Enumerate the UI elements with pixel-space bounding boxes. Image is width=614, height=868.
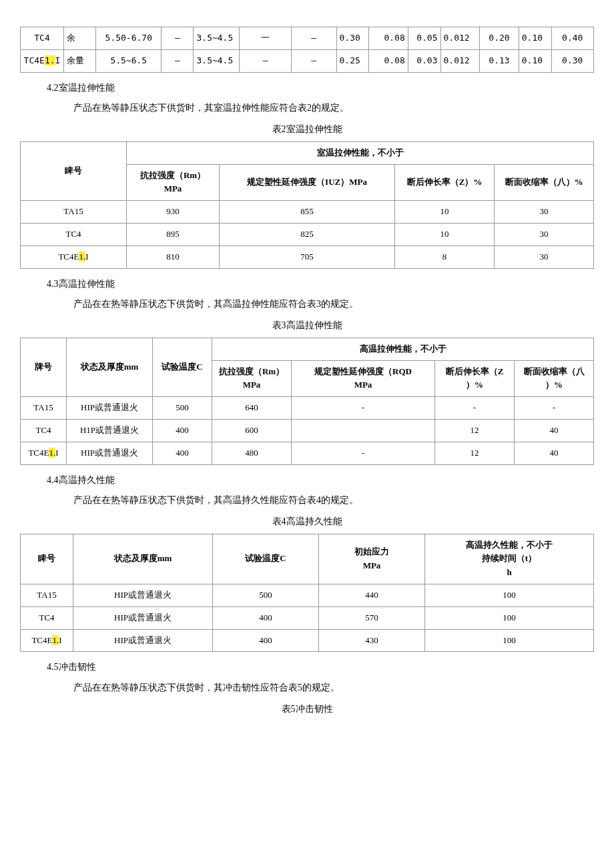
cell: 0.20 [480, 27, 519, 50]
cell: 12 [435, 442, 515, 464]
cell: 0.012 [440, 27, 480, 50]
cell: 30 [495, 223, 594, 246]
col-psi: 断面收缩率（八）% [495, 164, 594, 201]
table-row: TA15 930 855 10 30 [21, 201, 594, 224]
cell: TC4 [21, 223, 127, 246]
col-psi: 断面收缩率（八）% [515, 360, 594, 397]
cell: 895 [127, 223, 220, 246]
cell: 600 [212, 419, 292, 442]
cell: 0.03 [408, 49, 440, 72]
table-row: TC4E1.I 余量 5.5~6.5 — 3.5~4.5 — — 0.25 0.… [21, 49, 594, 72]
cell: — [291, 27, 336, 50]
cell: 10 [395, 201, 495, 224]
cell: 480 [212, 442, 292, 464]
cell: 430 [319, 629, 425, 652]
col-iuz: 规定塑性延伸强度（IUZ）MPa [220, 164, 395, 201]
table-row: TC4 H1P或普通退火 400 600 12 40 [21, 419, 594, 442]
cell: TC4 [21, 419, 67, 442]
cell: 855 [220, 201, 395, 224]
cell: 一 [240, 27, 292, 50]
cell: 10 [395, 223, 495, 246]
col-rm: 抗拉强度（Rm）MPa [127, 164, 220, 201]
table-row: TA15 HIP或普通退火 500 640 - - - [21, 397, 594, 420]
cell: 40 [515, 442, 594, 464]
cell: 500 [153, 397, 212, 420]
section-title-42: 4.2室温拉伸性能 [47, 81, 594, 95]
section-body-44: 产品在在热等静压状态下供货时，其高温持久性能应符合表4的规定。 [73, 493, 594, 508]
table2-caption: 表2室温拉伸性能 [20, 122, 594, 137]
cell: — [240, 49, 292, 72]
col-brand: 睥号 [21, 141, 127, 200]
cell: 3.5~4.5 [194, 49, 240, 72]
cell: TC4 [21, 27, 64, 50]
section-body-42: 产品在热等静压状态下供货时，其室温拉伸性能应符合表2的规定。 [73, 101, 594, 115]
col-z: 断后伸长率（Z）% [395, 164, 495, 201]
cell: TC4E1.I [21, 246, 127, 268]
cell [292, 419, 435, 442]
cell: HIP或普通退火 [73, 584, 213, 607]
cell: 余 [63, 27, 95, 50]
table-row: TC4 895 825 10 30 [21, 223, 594, 246]
cell: 400 [153, 442, 212, 464]
table3-caption: 表3高温拉伸性能 [20, 318, 594, 333]
cell: 0.10 [519, 49, 551, 72]
cell: HIP或普通退火 [67, 442, 153, 464]
col-brand: 牌号 [21, 338, 67, 396]
cell: 705 [220, 246, 395, 268]
col-z: 断后伸长率（Z）% [435, 360, 515, 397]
table4-creep: 睥号 状态及厚度mm 试验温度C 初始应力MPa 高温持久性能，不小于持续时间（… [20, 534, 594, 653]
table-row: 牌号 状态及厚度mm 试验温度C 高温拉伸性能，不小于 [21, 338, 594, 360]
table-row: TC4E1.I 810 705 8 30 [21, 246, 594, 268]
cell: 0.10 [519, 27, 551, 50]
col-rm: 抗拉强度（Rm）MPa [212, 360, 292, 397]
cell: 30 [495, 246, 594, 268]
cell: 0.08 [369, 49, 408, 72]
cell: 30 [495, 201, 594, 224]
cell: 930 [127, 201, 220, 224]
cell: H1P或普通退火 [67, 419, 153, 442]
col-group: 高温拉伸性能，不小于 [212, 338, 594, 360]
cell: 余量 [63, 49, 95, 72]
cell: 0.05 [408, 27, 440, 50]
cell: 5.5~6.5 [96, 49, 162, 72]
cell: 100 [425, 584, 594, 607]
section-body-45: 产品在在热等静压状态下供货时，其冲击韧性应符合表5的规定。 [73, 681, 594, 695]
table-row: TC4 余 5.50-6.70 — 3.5~4.5 一 — 0.30 0.08 … [21, 27, 594, 50]
cell: TC4E1.I [21, 49, 64, 72]
cell: TC4E1.I [21, 442, 67, 464]
col-state: 状态及厚度mm [67, 338, 153, 396]
cell: 0.25 [336, 49, 369, 72]
col-rqd: 规定塑性延伸强度（RQDMPa [292, 360, 435, 397]
cell: TA15 [21, 201, 127, 224]
col-state: 状态及厚度mm [73, 534, 213, 584]
table-row: 睥号 状态及厚度mm 试验温度C 初始应力MPa 高温持久性能，不小于持续时间（… [21, 534, 594, 584]
col-dur: 高温持久性能，不小于持续时间（t）h [425, 534, 594, 584]
cell: 825 [220, 223, 395, 246]
cell: 8 [395, 246, 495, 268]
col-init: 初始应力MPa [319, 534, 425, 584]
table-row: TC4E1.I HIP或普通退火 400 480 - 12 40 [21, 442, 594, 464]
cell: 0.08 [369, 27, 408, 50]
cell: 12 [435, 419, 515, 442]
cell: 40 [515, 419, 594, 442]
cell: HIP或普通退火 [67, 397, 153, 420]
table3-tensile-high: 牌号 状态及厚度mm 试验温度C 高温拉伸性能，不小于 抗拉强度（Rm）MPa … [20, 338, 594, 465]
cell: 400 [213, 629, 319, 652]
cell: TC4E1.I [21, 629, 73, 652]
table5-caption: 表5冲击韧性 [20, 702, 594, 717]
section-body-43: 产品在在热等静压状态下供货时，其高温拉伸性能应符合表3的规定。 [73, 297, 594, 312]
col-temp: 试验温度C [153, 338, 212, 396]
cell: - [292, 442, 435, 464]
cell: TA15 [21, 397, 67, 420]
cell: 400 [153, 419, 212, 442]
cell: 0.40 [551, 27, 594, 50]
cell: — [291, 49, 336, 72]
table-row: TC4 HIP或普通退火 400 570 100 [21, 606, 594, 629]
cell: TC4 [21, 606, 73, 629]
col-brand: 睥号 [21, 534, 73, 584]
section-title-45: 4.5冲击韧性 [47, 660, 594, 675]
table-row: 睥号 室温拉伸性能，不小于 [21, 141, 594, 164]
cell: HIP或普通退火 [73, 606, 213, 629]
cell: 3.5~4.5 [194, 27, 240, 50]
section-title-44: 4.4高温持久性能 [47, 473, 594, 488]
